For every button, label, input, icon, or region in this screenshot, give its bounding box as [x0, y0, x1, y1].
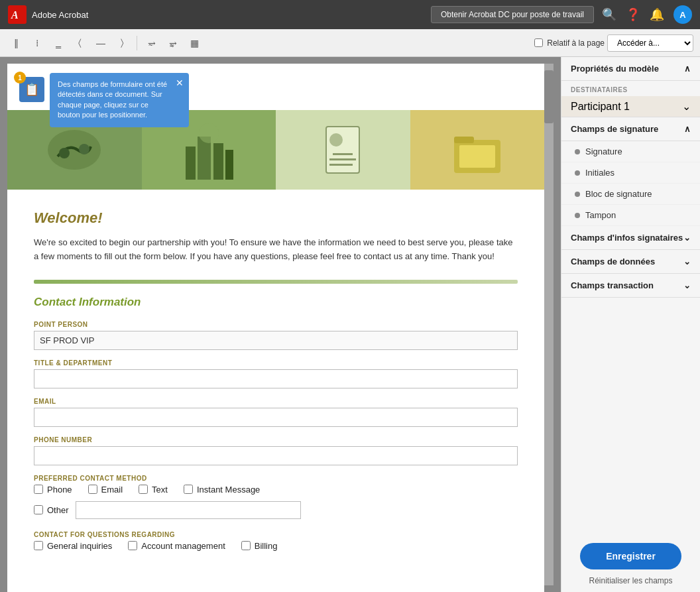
doc-scrollbar[interactable] [544, 64, 554, 585]
properties-collapse-icon[interactable]: ∧ [684, 64, 691, 74]
tooltip-message: Des champs de formulaire ont été détecté… [58, 80, 167, 119]
champs-transaction-expand-icon[interactable]: ⌄ [683, 280, 691, 290]
svg-point-11 [329, 133, 343, 147]
initiales-label: Initiales [585, 168, 614, 178]
align-top-icon[interactable]: ‖ [7, 34, 25, 52]
align-center-h-icon[interactable]: — [91, 34, 110, 52]
enregistrer-button[interactable]: Enregistrer [580, 543, 681, 569]
acrobat-logo-icon: A [8, 5, 27, 24]
preferred-method-row: Phone Email Text Instant Message [34, 485, 518, 495]
resize-icon[interactable]: ▦ [185, 34, 204, 52]
signature-label: Signature [585, 147, 622, 156]
account-management-label: Account management [141, 541, 225, 551]
general-inquiries-label: General inquiries [47, 541, 112, 551]
banner-folder [410, 110, 545, 190]
other-checkbox-item[interactable]: Other [34, 505, 69, 515]
phone-input[interactable] [34, 446, 518, 465]
main-layout: 📋 1 ✕ Des champs de formulaire ont été d… [0, 57, 700, 592]
text-checkbox-item[interactable]: Text [139, 485, 168, 495]
destinataires-label: DESTINATAIRES [561, 81, 700, 96]
notification-icon[interactable]: 🔔 [650, 7, 664, 22]
initiales-dot [575, 170, 580, 176]
email-input[interactable] [34, 408, 518, 427]
svg-rect-16 [454, 137, 474, 143]
avatar[interactable]: A [673, 5, 692, 24]
phone-checkbox-item[interactable]: Phone [34, 485, 72, 495]
svg-text:A: A [11, 9, 19, 21]
tampon-label: Tampon [585, 210, 616, 220]
cta-button[interactable]: Obtenir Acrobat DC pour poste de travail [431, 6, 594, 23]
champs-donnees-expand-icon[interactable]: ⌄ [683, 257, 691, 266]
relatif-page-checkbox[interactable] [534, 38, 543, 47]
form-fields-icon[interactable]: 📋 1 [19, 77, 44, 102]
champs-infos-expand-icon[interactable]: ⌄ [683, 233, 691, 243]
email-checkbox[interactable] [88, 485, 97, 494]
instant-message-checkbox-item[interactable]: Instant Message [184, 485, 260, 495]
distribute-v-icon[interactable]: ⥵ [164, 34, 182, 52]
participant-label: Participant 1 [571, 101, 630, 113]
account-management-checkbox[interactable] [128, 541, 137, 550]
billing-checkbox-item[interactable]: Billing [241, 541, 278, 551]
align-bottom-icon[interactable]: ‗ [49, 34, 68, 52]
email-checkbox-item[interactable]: Email [88, 485, 123, 495]
participant-dropdown-icon[interactable]: ⌄ [682, 100, 691, 113]
contact-section-title: Contact Information [34, 296, 518, 309]
other-checkbox-label: Other [47, 505, 69, 515]
navbar-icons: 🔍 ❓ 🔔 A [602, 5, 692, 24]
enregistrer-container: Enregistrer [561, 536, 700, 576]
tampon-dot [575, 213, 580, 218]
champs-infos-header[interactable]: Champs d'infos signataires ⌄ [561, 226, 700, 250]
help-icon[interactable]: ❓ [626, 7, 640, 22]
phone-checkbox[interactable] [34, 485, 43, 494]
bloc-signature-item[interactable]: Bloc de signature [561, 184, 700, 205]
welcome-text: We're so excited to begin our partnershi… [34, 236, 518, 264]
champs-donnees-header[interactable]: Champs de données ⌄ [561, 250, 700, 274]
participant-row[interactable]: Participant 1 ⌄ [561, 96, 700, 117]
scroll-thumb[interactable] [544, 70, 554, 123]
account-management-checkbox-item[interactable]: Account management [128, 541, 225, 551]
general-inquiries-checkbox-item[interactable]: General inquiries [34, 541, 112, 551]
other-text-input[interactable] [76, 501, 301, 519]
acceder-dropdown[interactable]: Accéder à... Page Signet [607, 34, 693, 52]
other-checkbox[interactable] [34, 505, 43, 514]
properties-header[interactable]: Propriétés du modèle ∧ [561, 57, 700, 81]
align-left-icon[interactable]: 〈 [70, 34, 89, 52]
billing-checkbox[interactable] [241, 541, 251, 550]
reinitialiser-button[interactable]: Réinitialiser les champs [561, 576, 700, 592]
navbar-logo: A Adobe Acrobat [8, 5, 88, 24]
relatif-page-label[interactable]: Relatif à la page [534, 38, 605, 48]
svg-rect-5 [186, 147, 196, 180]
align-right-icon[interactable]: 〉 [113, 34, 131, 52]
champs-signature-collapse-icon[interactable]: ∧ [684, 124, 691, 134]
title-dept-label: TITLE & DEPARTMENT [34, 359, 518, 367]
general-inquiries-checkbox[interactable] [34, 541, 43, 550]
preferred-method-label: PREFERRED CONTACT METHOD [34, 475, 518, 482]
tooltip-close-icon[interactable]: ✕ [176, 77, 184, 90]
point-person-label: POINT PERSON [34, 321, 518, 328]
distribute-h-icon[interactable]: ⥴ [143, 34, 161, 52]
contact-questions-row: General inquiries Account management Bil… [34, 541, 518, 551]
section-divider [34, 280, 518, 284]
signature-item[interactable]: Signature [561, 141, 700, 162]
svg-point-2 [48, 130, 101, 170]
svg-point-9 [199, 123, 219, 143]
svg-point-3 [59, 148, 70, 158]
champs-transaction-header[interactable]: Champs transaction ⌄ [561, 274, 700, 298]
text-checkbox-label: Text [152, 485, 168, 495]
title-dept-input[interactable] [34, 369, 518, 388]
champs-signature-header[interactable]: Champs de signature ∧ [561, 117, 700, 141]
point-person-input[interactable] [34, 331, 518, 350]
app-name: Adobe Acrobat [32, 10, 88, 20]
tampon-item[interactable]: Tampon [561, 205, 700, 226]
bloc-signature-label: Bloc de signature [585, 189, 652, 199]
svg-rect-10 [326, 127, 359, 173]
initiales-item[interactable]: Initiales [561, 162, 700, 184]
tooltip-badge: 1 [14, 72, 26, 84]
city-icon [179, 120, 239, 180]
instant-message-checkbox[interactable] [184, 485, 193, 494]
align-center-v-icon[interactable]: ⁞ [28, 34, 46, 52]
search-icon[interactable]: 🔍 [602, 7, 616, 22]
folder-icon [447, 120, 507, 180]
champs-transaction-title: Champs transaction [571, 280, 654, 290]
text-checkbox[interactable] [139, 485, 148, 494]
